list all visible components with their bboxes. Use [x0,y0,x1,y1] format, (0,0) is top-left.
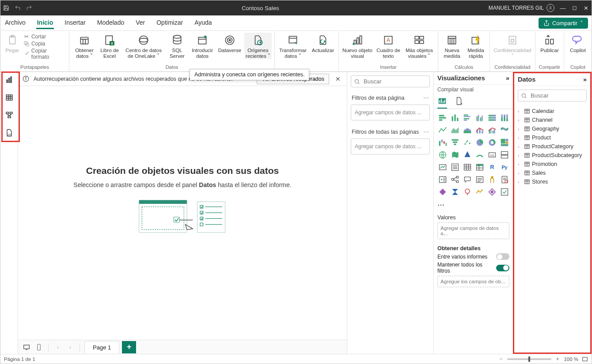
table-productcategory[interactable]: ›ProductCategory [516,142,588,151]
table-sales[interactable]: ›Sales [516,169,588,177]
refresh-button[interactable]: Actualizar [310,33,336,53]
report-view-icon[interactable] [4,75,15,85]
cross-report-toggle[interactable] [496,253,509,260]
viz-line-stacked-column[interactable] [474,125,485,135]
page-filters-drop[interactable]: Agregar campos de datos ... [351,105,430,120]
viz-decomposition-tree[interactable] [450,174,460,185]
viz-goals[interactable] [487,174,497,185]
viz-sparkline[interactable] [474,187,485,197]
report-canvas[interactable]: Creación de objetos visuales con sus dat… [18,86,347,340]
filters-search[interactable] [351,75,430,87]
close-button[interactable]: ✕ [583,5,589,11]
table-geography[interactable]: ›Geography [516,124,588,133]
viz-treemap[interactable] [499,137,510,148]
new-measure-button[interactable]: Nueva medida [441,33,463,59]
data-search-input[interactable] [530,92,592,99]
close-infobar-button[interactable]: ✕ [334,75,342,83]
table-channel[interactable]: ›Channel [516,116,588,124]
build-visual-tab[interactable] [437,96,447,109]
excel-button[interactable]: XLibro de Excel [99,33,121,59]
table-calendar[interactable]: ›Calendar [516,107,588,116]
viz-matrix[interactable] [474,162,485,173]
dataverse-button[interactable]: Dataverse [217,33,243,53]
page-nav-next-icon[interactable]: › [65,343,75,352]
menu-modelado[interactable]: Modelado [96,17,125,29]
data-search[interactable] [518,90,587,101]
viz-donut[interactable] [487,137,497,148]
viz-clustered-bar[interactable] [462,113,473,123]
viz-get-more[interactable] [487,187,497,197]
keep-filters-toggle[interactable] [496,265,509,271]
save-icon[interactable] [3,5,9,11]
table-promotion[interactable]: ›Promotion [516,160,588,169]
paste-button[interactable]: Pegar [3,33,22,53]
format-painter-button[interactable]: Copiar formato [23,48,66,60]
viz-stacked-bar[interactable] [437,113,448,123]
minimize-button[interactable]: ― [560,5,566,11]
desktop-layout-icon[interactable] [22,343,31,352]
viz-100-stacked-column[interactable] [499,113,510,123]
undo-icon[interactable] [15,5,21,11]
filters-search-input[interactable] [363,78,439,85]
viz-100-stacked-bar[interactable] [487,113,497,123]
model-view-icon[interactable] [4,110,15,120]
viz-area[interactable] [450,125,460,135]
viz-custom[interactable] [499,187,510,197]
publish-button[interactable]: Publicar [538,33,561,53]
viz-power-apps[interactable] [437,187,448,197]
maximize-button[interactable] [571,5,577,11]
viz-clustered-column[interactable] [474,113,485,123]
dax-view-icon[interactable]: DAX [4,128,15,138]
values-drop[interactable]: Agregar campos de datos a... [437,222,509,239]
viz-scatter[interactable] [462,137,473,148]
enter-data-button[interactable]: Introducir datos [190,33,215,59]
viz-smart-narrative[interactable] [474,174,485,185]
viz-funnel[interactable] [450,137,460,148]
copilot-button[interactable]: Copilot [567,33,589,53]
viz-r-visual[interactable]: R [487,162,497,173]
viz-pie[interactable] [474,137,485,148]
collapse-icon[interactable]: » [506,75,509,82]
more-icon[interactable]: ⋯ [423,128,429,135]
viz-slicer[interactable] [450,162,460,173]
share-button[interactable]: Compartir ˅ [539,18,588,29]
textbox-button[interactable]: ACuadro de texto [375,33,402,59]
zoom-slider[interactable] [507,358,551,360]
viz-stacked-column[interactable] [450,113,460,123]
new-visual-button[interactable]: Nuevo objeto visual [342,33,373,59]
add-page-button[interactable]: + [122,341,136,353]
viz-line-clustered-column[interactable] [487,125,497,135]
table-productsubcategory[interactable]: ›ProductSubcategory [516,151,588,160]
drillthrough-drop[interactable]: Agregue los campos de ob... [437,276,509,287]
viz-qa[interactable] [462,174,473,185]
viz-azure-map[interactable] [462,150,473,160]
table-view-icon[interactable] [4,92,15,103]
viz-ribbon[interactable] [499,125,510,135]
quick-measure-button[interactable]: Medida rápida [465,33,487,59]
menu-optimizar[interactable]: Optimizar [156,17,184,29]
viz-gauge[interactable] [474,150,485,160]
menu-inicio[interactable]: Inicio [36,17,54,29]
viz-kpi[interactable] [437,162,448,173]
viz-paginated[interactable] [499,174,510,185]
format-visual-tab[interactable] [454,96,464,109]
menu-ver[interactable]: Ver [135,17,146,29]
mobile-layout-icon[interactable] [34,343,44,352]
viz-python-visual[interactable]: Py [499,162,510,173]
viz-card[interactable]: 123 [487,150,497,160]
viz-key-influencers[interactable] [437,174,448,185]
recent-sources-button[interactable]: Orígenes recientes ˅ [244,33,272,59]
page-tab-1[interactable]: Page 1 [84,341,119,353]
collapse-icon[interactable]: » [583,76,587,83]
viz-arcgis[interactable] [462,187,473,197]
viz-map[interactable] [437,150,448,160]
viz-stacked-area[interactable] [462,125,473,135]
zoom-out-button[interactable]: － [498,356,504,362]
menu-ayuda[interactable]: Ayuda [194,17,213,29]
cut-button[interactable]: ✂Cortar [23,34,66,40]
transform-data-button[interactable]: Transformar datos ˅ [277,33,308,59]
more-icon[interactable]: ⋯ [423,94,429,101]
all-pages-filters-drop[interactable]: Agregar campos de datos ... [351,139,430,154]
fit-to-page-icon[interactable] [582,356,588,362]
viz-power-automate[interactable] [450,187,460,197]
